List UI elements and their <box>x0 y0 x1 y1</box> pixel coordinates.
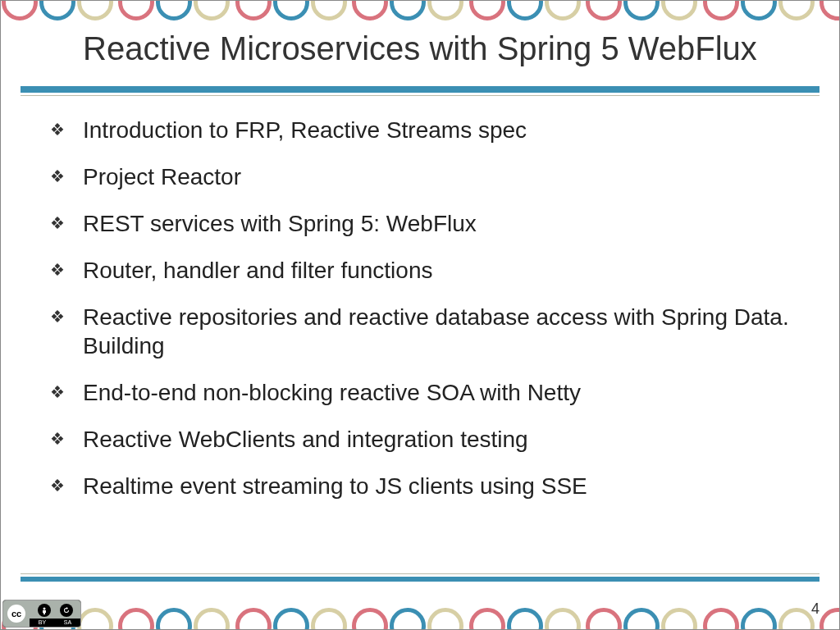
diamond-bullet-icon: ❖ <box>50 256 70 284</box>
bullet-text: Introduction to FRP, Reactive Streams sp… <box>70 116 527 144</box>
title-area: Reactive Microservices with Spring 5 Web… <box>1 30 839 67</box>
slide-title: Reactive Microservices with Spring 5 Web… <box>1 30 839 67</box>
bullet-text: Reactive WebClients and integration test… <box>70 425 528 454</box>
sa-icon <box>60 604 73 617</box>
list-item: ❖ Reactive repositories and reactive dat… <box>50 303 806 360</box>
cc-license-badge: cc BY SA <box>2 600 81 628</box>
list-item: ❖ Router, handler and filter functions <box>50 256 806 285</box>
page-number: 4 <box>811 600 819 618</box>
list-item: ❖ REST services with Spring 5: WebFlux <box>50 209 806 238</box>
decorative-bottom-border <box>1 585 839 629</box>
diamond-bullet-icon: ❖ <box>50 472 70 500</box>
content-area: ❖ Introduction to FRP, Reactive Streams … <box>50 116 806 518</box>
bullet-text: Realtime event streaming to JS clients u… <box>70 472 587 500</box>
svg-point-0 <box>43 608 45 610</box>
bullet-text: End-to-end non-blocking reactive SOA wit… <box>70 378 581 407</box>
diamond-bullet-icon: ❖ <box>50 209 70 237</box>
list-item: ❖ Realtime event streaming to JS clients… <box>50 472 806 500</box>
diamond-bullet-icon: ❖ <box>50 378 70 406</box>
diamond-bullet-icon: ❖ <box>50 303 70 331</box>
bullet-text: Project Reactor <box>70 162 241 191</box>
by-label: BY <box>30 619 55 627</box>
sa-label: SA <box>55 619 80 627</box>
title-divider <box>21 86 819 96</box>
list-item: ❖ End-to-end non-blocking reactive SOA w… <box>50 378 806 407</box>
cc-attribution-section: BY SA <box>30 600 80 627</box>
cc-logo-section: cc <box>3 600 30 627</box>
bullet-text: Reactive repositories and reactive datab… <box>70 303 806 360</box>
diamond-bullet-icon: ❖ <box>50 162 70 190</box>
slide-frame: Reactive Microservices with Spring 5 Web… <box>0 0 840 630</box>
bottom-divider <box>21 573 819 582</box>
bullet-text: REST services with Spring 5: WebFlux <box>70 209 477 238</box>
cc-logo-icon: cc <box>7 605 25 623</box>
list-item: ❖ Introduction to FRP, Reactive Streams … <box>50 116 806 144</box>
diamond-bullet-icon: ❖ <box>50 116 70 144</box>
by-icon <box>38 604 51 617</box>
bullet-text: Router, handler and filter functions <box>70 256 432 285</box>
list-item: ❖ Project Reactor <box>50 162 806 191</box>
diamond-bullet-icon: ❖ <box>50 425 70 453</box>
list-item: ❖ Reactive WebClients and integration te… <box>50 425 806 454</box>
